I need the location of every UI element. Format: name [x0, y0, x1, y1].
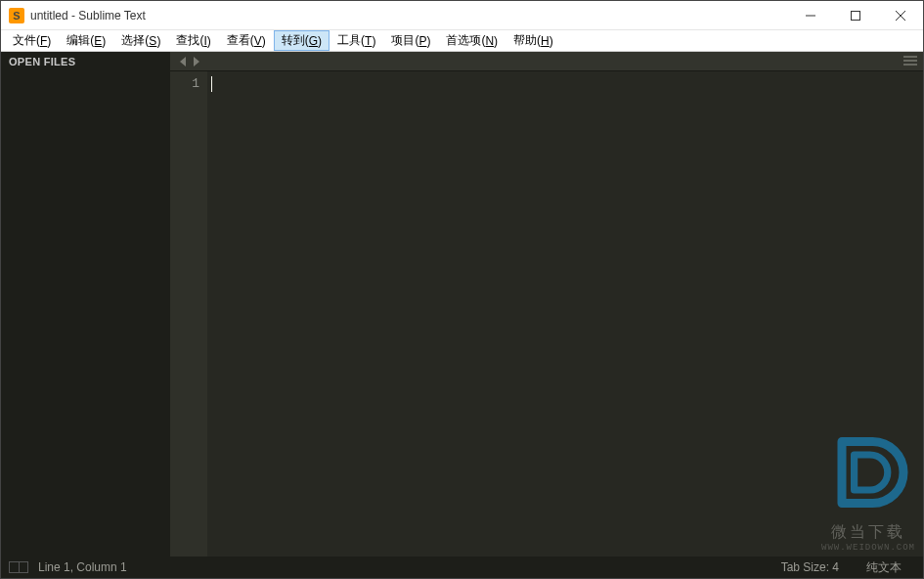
statusbar: Line 1, Column 1 Tab Size: 4 纯文本 [1, 557, 923, 578]
window-title: untitled - Sublime Text [30, 9, 788, 22]
menu-tools[interactable]: 工具(T) [330, 30, 383, 51]
menu-view[interactable]: 查看(V) [219, 30, 274, 51]
menu-edit[interactable]: 编辑(E) [59, 30, 113, 51]
menubar: 文件(F) 编辑(E) 选择(S) 查找(I) 查看(V) 转到(G) 工具(T… [1, 30, 923, 52]
code-editor[interactable]: 微当下载 WWW.WEIDOWN.COM [207, 71, 923, 557]
text-cursor [211, 76, 212, 92]
maximize-button[interactable] [833, 1, 878, 29]
svg-rect-1 [852, 11, 860, 20]
svg-marker-4 [180, 57, 186, 67]
app-icon: S [9, 8, 24, 23]
menu-file[interactable]: 文件(F) [5, 30, 59, 51]
status-position[interactable]: Line 1, Column 1 [38, 560, 141, 574]
menu-project[interactable]: 项目(P) [383, 30, 438, 51]
menu-goto[interactable]: 转到(G) [274, 30, 330, 51]
menu-help[interactable]: 帮助(H) [506, 30, 561, 51]
status-syntax[interactable]: 纯文本 [853, 559, 915, 576]
close-button[interactable] [878, 1, 923, 29]
watermark-logo-icon [824, 428, 912, 516]
titlebar[interactable]: S untitled - Sublime Text [1, 1, 923, 30]
line-number: 1 [170, 75, 199, 93]
status-tab-size[interactable]: Tab Size: 4 [768, 560, 853, 574]
svg-marker-5 [194, 57, 199, 67]
sidebar[interactable]: OPEN FILES [1, 52, 170, 557]
menu-prefs[interactable]: 首选项(N) [438, 30, 506, 51]
menu-find[interactable]: 查找(I) [168, 30, 218, 51]
menu-select[interactable]: 选择(S) [113, 30, 168, 51]
tab-history-back[interactable] [176, 57, 190, 67]
tab-history-forward[interactable] [190, 57, 203, 67]
sidebar-open-files-header: OPEN FILES [1, 52, 170, 73]
panel-switcher-icon[interactable] [9, 561, 28, 573]
gutter: 1 [170, 71, 207, 557]
watermark: 微当下载 WWW.WEIDOWN.COM [821, 428, 915, 553]
tab-menu-icon[interactable] [903, 55, 917, 68]
minimize-button[interactable] [788, 1, 833, 29]
tabbar [170, 52, 923, 71]
